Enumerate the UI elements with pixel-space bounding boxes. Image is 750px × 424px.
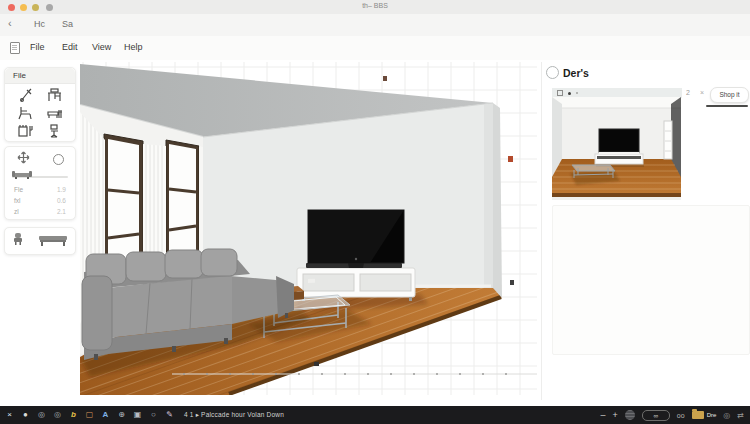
document-icon[interactable] — [10, 42, 20, 54]
property-row: zl 2.1 — [14, 206, 66, 217]
sofa-tool-icon[interactable] — [40, 105, 69, 121]
menu-file[interactable]: File — [30, 42, 45, 52]
zoom-in-button[interactable]: + — [613, 410, 618, 420]
zoom-out-button[interactable]: – — [601, 410, 606, 420]
view-mode-pill[interactable]: ∞ — [642, 410, 670, 421]
bolt-app-icon[interactable]: b — [69, 406, 78, 424]
circle-app-icon[interactable]: ● — [21, 406, 30, 424]
preview-scrollbar[interactable] — [706, 105, 748, 107]
right-panel-title: Der's — [563, 67, 589, 79]
folder-label: Dre — [707, 412, 717, 418]
status-text: 4 1 ▸ Palccade hour Volan Down — [184, 411, 284, 419]
dock: × ● ◎ ◎ b ▢ A ⊕ ▣ ○ ✎ 4 1 ▸ Palccade hou… — [0, 406, 750, 424]
preview-tv — [599, 129, 639, 154]
menu-view[interactable]: View — [92, 42, 111, 52]
slider-handle-sofa[interactable] — [12, 170, 32, 180]
palette-header: File — [5, 68, 75, 84]
property-row: Fle 1.9 — [14, 184, 66, 195]
preview-window — [664, 121, 672, 159]
detail-card — [552, 205, 750, 355]
app-window: th– BBS ‹ Hc Sa File Edit View Help — [0, 0, 750, 424]
folder-icon[interactable] — [692, 411, 704, 419]
chair-thumb-icon[interactable] — [12, 232, 24, 250]
workspace: File — [0, 60, 750, 406]
preview-count[interactable]: 2 — [686, 89, 690, 96]
target-app-icon[interactable]: ◎ — [37, 406, 46, 424]
library-panel — [4, 227, 76, 255]
scene-canvas[interactable] — [80, 62, 537, 395]
small-dot-icon[interactable] — [576, 92, 578, 94]
move-icon[interactable] — [17, 150, 30, 168]
text-app-icon[interactable]: A — [101, 406, 110, 424]
grid-app-icon[interactable]: ▣ — [133, 406, 142, 424]
office-chair-tool-icon[interactable] — [40, 123, 69, 139]
room-preview[interactable] — [552, 97, 681, 200]
desk-tool-icon[interactable] — [40, 87, 69, 103]
plus-app-icon[interactable]: ⊕ — [117, 406, 126, 424]
record-app-icon[interactable]: ◎ — [53, 406, 62, 424]
curtain-right[interactable] — [199, 146, 203, 262]
dot-icon[interactable] — [568, 92, 571, 95]
square-app-icon[interactable]: ▢ — [85, 406, 94, 424]
clock-app-icon[interactable]: ○ — [149, 406, 158, 424]
transform-panel: Fle 1.9 fxl 0.6 zl 2.1 — [4, 146, 76, 220]
frame-icon[interactable] — [557, 90, 563, 96]
shop-it-button[interactable]: Shop it — [710, 87, 749, 103]
swap-icon[interactable]: ⇄ — [737, 411, 744, 420]
menu-bar: File Edit View Help — [0, 36, 750, 61]
lamp-tool-icon[interactable] — [11, 87, 40, 103]
gear-icon[interactable]: ◎ — [723, 411, 730, 420]
tv[interactable] — [308, 210, 404, 268]
furniture-palette: File — [4, 67, 76, 142]
property-row: fxl 0.6 — [14, 195, 66, 206]
menu-help[interactable]: Help — [124, 42, 143, 52]
window-2[interactable] — [166, 140, 199, 264]
project-status-icon — [546, 66, 559, 79]
globe-icon[interactable] — [625, 410, 635, 420]
rotate-icon[interactable] — [53, 154, 64, 165]
window-title: th– BBS — [0, 2, 750, 9]
link-icon[interactable]: oo — [677, 412, 685, 419]
tab-bar: ‹ Hc Sa — [0, 14, 750, 37]
bench-thumb-icon[interactable] — [38, 232, 68, 250]
back-button[interactable]: ‹ — [8, 17, 12, 29]
x-app-icon[interactable]: × — [5, 406, 14, 424]
preview-close-icon[interactable]: × — [700, 89, 704, 96]
lounge-chair-tool-icon[interactable] — [11, 105, 40, 121]
menu-edit[interactable]: Edit — [62, 42, 78, 52]
titlebar: th– BBS — [0, 0, 750, 15]
tab-hc[interactable]: Hc — [34, 19, 45, 29]
size-slider[interactable] — [12, 168, 68, 182]
stove-tool-icon[interactable] — [11, 123, 40, 139]
pen-app-icon[interactable]: ✎ — [165, 406, 174, 424]
panel-divider — [541, 62, 542, 400]
tab-sa[interactable]: Sa — [62, 19, 73, 29]
